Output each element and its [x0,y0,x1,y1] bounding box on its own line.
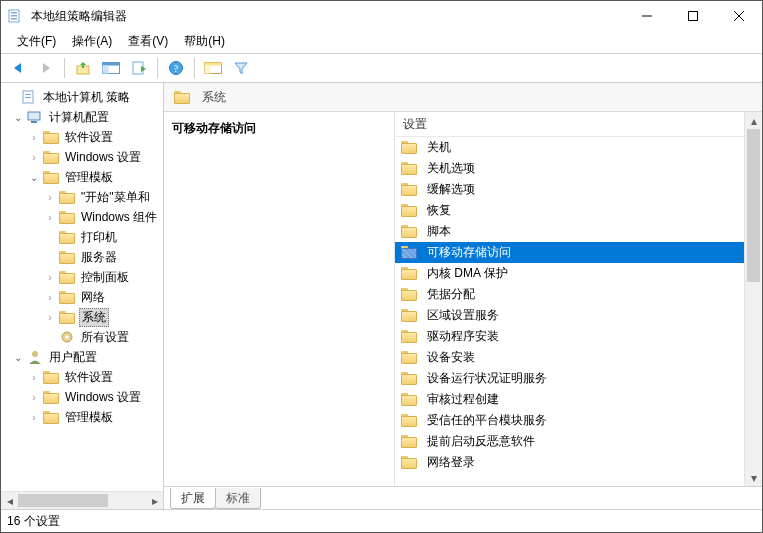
folder-icon [401,434,417,450]
svg-rect-2 [11,15,17,17]
tree-network[interactable]: › 网络 [1,287,163,307]
scroll-left-icon[interactable]: ◂ [1,492,18,509]
list-item[interactable]: 驱动程序安装 [395,326,744,347]
expand-icon[interactable]: › [27,152,41,163]
list-item[interactable]: 设备安装 [395,347,744,368]
details-header: 系统 [164,83,762,112]
expand-icon[interactable]: › [43,272,57,283]
export-list-button[interactable] [126,55,152,81]
tree-admin-templates[interactable]: ⌄ 管理模板 [1,167,163,187]
tree-printers[interactable]: › 打印机 [1,227,163,247]
svg-rect-21 [28,112,40,120]
folder-icon [59,309,75,325]
tree-software-settings[interactable]: › 软件设置 [1,127,163,147]
tree-user-software[interactable]: › 软件设置 [1,367,163,387]
list-item[interactable]: 关机 [395,137,744,158]
list-item[interactable]: 凭据分配 [395,284,744,305]
tree[interactable]: ▶ 本地计算机 策略 ⌄ 计算机配置 › 软件设置 › Wind [1,83,163,491]
svg-rect-17 [205,66,211,74]
back-button[interactable] [5,55,31,81]
list-item[interactable]: 内核 DMA 保护 [395,263,744,284]
scroll-up-icon[interactable]: ▴ [745,112,762,129]
maximize-button[interactable] [670,1,716,31]
list-item[interactable]: 区域设置服务 [395,305,744,326]
tree-system[interactable]: › 系统 [1,307,163,327]
help-button[interactable]: ? [163,55,189,81]
folder-icon [401,203,417,219]
expand-icon[interactable]: › [27,392,41,403]
up-button[interactable] [70,55,96,81]
tree-label: Windows 设置 [63,389,143,406]
folder-icon [43,409,59,425]
list-v-scrollbar[interactable]: ▴ ▾ [744,112,762,486]
list-item[interactable]: 网络登录 [395,452,744,473]
list-column-header[interactable]: 设置 [395,112,744,137]
scroll-down-icon[interactable]: ▾ [745,469,762,486]
tree-computer-config[interactable]: ⌄ 计算机配置 [1,107,163,127]
list-item[interactable]: 可移动存储访问 [395,242,744,263]
tab-extended[interactable]: 扩展 [170,488,216,509]
list-body[interactable]: 关机关机选项缓解选项恢复脚本可移动存储访问内核 DMA 保护凭据分配区域设置服务… [395,137,744,486]
tree-start-menu[interactable]: › "开始"菜单和 [1,187,163,207]
tree-windows-components[interactable]: › Windows 组件 [1,207,163,227]
tree-all-settings[interactable]: › 所有设置 [1,327,163,347]
folder-icon [401,140,417,156]
menu-view[interactable]: 查看(V) [120,31,176,52]
tree-h-scrollbar[interactable]: ◂ ▸ [1,491,163,509]
expand-icon[interactable]: › [27,132,41,143]
policy-icon [21,89,37,105]
tree-server[interactable]: › 服务器 [1,247,163,267]
tree-windows-settings[interactable]: › Windows 设置 [1,147,163,167]
expand-icon[interactable]: › [27,412,41,423]
scroll-track[interactable] [745,129,762,469]
tree-label: 管理模板 [63,169,115,186]
menu-help[interactable]: 帮助(H) [176,31,233,52]
scroll-track[interactable] [18,492,146,509]
list-item[interactable]: 恢复 [395,200,744,221]
list-item[interactable]: 缓解选项 [395,179,744,200]
list-item[interactable]: 受信任的平台模块服务 [395,410,744,431]
scroll-right-icon[interactable]: ▸ [146,492,163,509]
scroll-thumb[interactable] [18,494,108,507]
tree-label: 网络 [79,289,107,306]
tree-label: "开始"菜单和 [79,189,152,206]
expand-icon[interactable]: › [43,292,57,303]
list-item[interactable]: 提前启动反恶意软件 [395,431,744,452]
scroll-thumb[interactable] [747,129,760,282]
tree-user-windows[interactable]: › Windows 设置 [1,387,163,407]
collapse-icon[interactable]: ⌄ [11,352,25,363]
folder-icon [401,350,417,366]
expand-icon[interactable]: › [43,212,57,223]
filter-button[interactable] [228,55,254,81]
tree-label: 控制面板 [79,269,131,286]
menu-action[interactable]: 操作(A) [64,31,120,52]
list-item[interactable]: 设备运行状况证明服务 [395,368,744,389]
show-hide-tree-button[interactable] [98,55,124,81]
tree-control-panel[interactable]: › 控制面板 [1,267,163,287]
collapse-icon[interactable]: ⌄ [11,112,25,123]
list-item[interactable]: 关机选项 [395,158,744,179]
close-button[interactable] [716,1,762,31]
folder-icon [59,189,75,205]
expand-icon[interactable]: › [43,192,57,203]
forward-button[interactable] [33,55,59,81]
minimize-button[interactable] [624,1,670,31]
list-item-label: 关机选项 [427,160,475,177]
svg-rect-5 [689,12,698,21]
svg-point-25 [32,351,38,357]
details-body: 可移动存储访问 设置 关机关机选项缓解选项恢复脚本可移动存储访问内核 DMA 保… [164,112,762,487]
expand-icon[interactable]: › [27,372,41,383]
menu-file[interactable]: 文件(F) [9,31,64,52]
list-item[interactable]: 审核过程创建 [395,389,744,410]
tree-user-admin[interactable]: › 管理模板 [1,407,163,427]
folder-icon [401,287,417,303]
tree-root[interactable]: ▶ 本地计算机 策略 [1,87,163,107]
list-item-label: 脚本 [427,223,451,240]
properties-button[interactable] [200,55,226,81]
list-item-label: 网络登录 [427,454,475,471]
list-item[interactable]: 脚本 [395,221,744,242]
collapse-icon[interactable]: ⌄ [27,172,41,183]
tab-standard[interactable]: 标准 [215,488,261,509]
expand-icon[interactable]: › [43,312,57,323]
tree-user-config[interactable]: ⌄ 用户配置 [1,347,163,367]
